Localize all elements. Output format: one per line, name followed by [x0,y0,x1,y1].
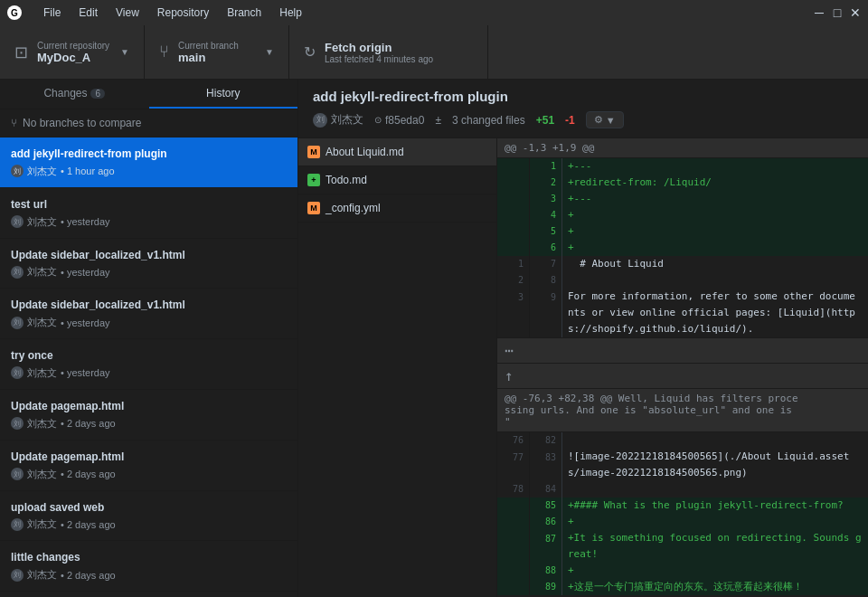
file-list-item[interactable]: M _config.yml [298,194,496,223]
branch-compare[interactable]: ⑂ No branches to compare [0,109,297,137]
commit-title: Update sidebar_localized_v1.html [11,248,287,263]
repo-label: Current repository [37,41,109,51]
diff-line: 6 + [497,240,868,256]
branch-arrow-icon: ▼ [265,47,274,57]
diff-line: 86 + [497,514,868,530]
stat-additions: +51 [536,114,554,127]
diff-section-header-1: @@ -1,3 +1,9 @@ [497,138,868,158]
commit-sha: ⊙ f85eda0 [374,114,424,127]
branch-compare-label: No branches to compare [23,117,141,129]
diff-line: 77 83 ![image-20221218184500565](./About… [497,449,868,481]
commit-time: • 2 days ago [61,570,116,581]
commit-author-info: 刘 刘杰文 • yesterday [11,265,287,279]
commit-item[interactable]: little changes 刘 刘杰文 • 2 days ago [0,541,297,592]
author-avatar: 刘 [11,266,24,279]
menu-file[interactable]: File [36,5,68,21]
author-avatar: 刘 [11,468,24,480]
tab-history[interactable]: History [149,80,298,109]
author-avatar: 刘 [11,215,24,228]
commit-item[interactable]: try once 刘 刘杰文 • yesterday [0,339,297,390]
fetch-text: Fetch origin Last fetched 4 minutes ago [325,41,433,64]
diff-line: 76 82 [497,432,868,449]
titlebar: G File Edit View Repository Branch Help … [0,0,868,25]
commit-time: • 2 days ago [61,418,116,429]
repo-name: MyDoc_A [37,51,109,64]
commit-item[interactable]: add jekyll-redirect-from plugin 刘 刘杰文 • … [0,137,297,188]
file-badge: M [307,146,320,158]
author-name: 刘杰文 [27,417,57,431]
branch-text: Current branch main [178,41,239,64]
file-list: M About Liquid.md + Todo.md M _config.ym… [298,138,497,597]
file-list-item[interactable]: + Todo.md [298,166,496,194]
commit-time: • yesterday [61,367,110,378]
diff-line: 89 +这是一个专门搞重定向的东东。这玩意看起来很棒！ [497,579,868,595]
gear-arrow-icon: ▼ [606,115,616,126]
right-panel: add jekyll-redirect-from plugin 刘 刘杰文 ⊙ … [298,80,868,597]
author-avatar: 刘 [11,165,24,177]
menu-bar: File Edit View Repository Branch Help [36,5,799,21]
author-name: 刘杰文 [27,165,57,178]
commit-item[interactable]: Update liquid_officialpage_2022-12-17.ht… [0,592,297,597]
commit-author-info: 刘 刘杰文 • 2 days ago [11,517,287,531]
commit-time: • 2 days ago [61,469,116,479]
author-name: 刘杰文 [27,215,57,229]
menu-repository[interactable]: Repository [150,5,216,21]
expand-down-icon: ⋯ [505,342,514,359]
author-avatar: 刘 [11,518,24,531]
menu-view[interactable]: View [108,5,146,21]
commit-item[interactable]: Update pagemap.html 刘 刘杰文 • 2 days ago [0,390,297,441]
commit-item[interactable]: test url 刘 刘杰文 • yesterday [0,188,297,239]
commit-title: Update pagemap.html [11,399,287,414]
diff-expander-2[interactable]: ↑ [497,364,868,389]
author-name: 刘杰文 [27,316,57,329]
sha-icon: ⊙ [374,115,382,125]
commit-time: • yesterday [61,216,110,227]
commit-time: • yesterday [61,317,110,328]
tab-changes[interactable]: Changes6 [0,80,149,109]
author-name: 刘杰文 [27,517,57,531]
repo-arrow-icon: ▼ [120,47,129,57]
commit-author-info: 刘 刘杰文 • yesterday [11,316,287,329]
maximize-button[interactable]: □ [832,7,843,18]
fetch-button[interactable]: ↻ Fetch origin Last fetched 4 minutes ag… [289,25,488,79]
commit-list: add jekyll-redirect-from plugin 刘 刘杰文 • … [0,137,297,597]
minimize-button[interactable]: ─ [814,7,825,18]
commit-item[interactable]: upload saved web 刘 刘杰文 • 2 days ago [0,491,297,542]
diff-line: 78 84 [497,481,868,498]
commit-author-info: 刘 刘杰文 • 2 days ago [11,468,287,481]
main-content: Changes6 History ⑂ No branches to compar… [0,80,868,597]
commit-time: • 2 days ago [61,519,116,530]
menu-edit[interactable]: Edit [71,5,105,21]
diff-expander[interactable]: ⋯ [497,337,868,364]
diff-options-button[interactable]: ⚙ ▼ [586,111,624,128]
close-button[interactable]: ✕ [850,7,861,18]
changed-files-count: 3 changed files [452,114,525,127]
file-badge: M [307,202,320,214]
diff-line: 85 +#### What is the plugin jekyll-redir… [497,498,868,514]
branch-selector[interactable]: ⑂ Current branch main ▼ [145,25,289,79]
diff-line: 87 +It is something focused on redirecti… [497,530,868,563]
commit-author-info: 刘 刘杰文 • yesterday [11,366,287,380]
commit-item[interactable]: Update sidebar_localized_v1.html 刘 刘杰文 •… [0,239,297,289]
repo-selector[interactable]: ⊡ Current repository MyDoc_A ▼ [0,25,145,79]
menu-help[interactable]: Help [272,5,309,21]
branch-label: Current branch [178,41,239,51]
author-name: 刘杰文 [27,265,57,279]
branch-compare-icon: ⑂ [11,117,17,129]
commit-time: • yesterday [61,267,110,278]
gear-icon: ⚙ [594,114,603,126]
diff-view[interactable]: @@ -1,3 +1,9 @@ 1 +--- 2 +redirect-from:… [497,138,868,597]
file-list-item[interactable]: M About Liquid.md [298,138,496,166]
commit-title: upload saved web [11,500,287,516]
diff-line: 2 +redirect-from: /Liquid/ [497,175,868,191]
app-icon: G [7,5,22,20]
commit-author-info: 刘 刘杰文 • yesterday [11,215,287,229]
commit-author-info: 刘 刘杰文 • 1 hour ago [11,165,287,178]
commit-item[interactable]: Update sidebar_localized_v1.html 刘 刘杰文 •… [0,289,297,339]
menu-branch[interactable]: Branch [220,5,269,21]
commit-title: add jekyll-redirect-from plugin [11,147,287,162]
commit-time: • 1 hour ago [61,166,115,176]
diff-layout: M About Liquid.md + Todo.md M _config.ym… [298,138,868,597]
commit-item[interactable]: Update pagemap.html 刘 刘杰文 • 2 days ago [0,441,297,491]
commit-title: try once [11,348,287,364]
